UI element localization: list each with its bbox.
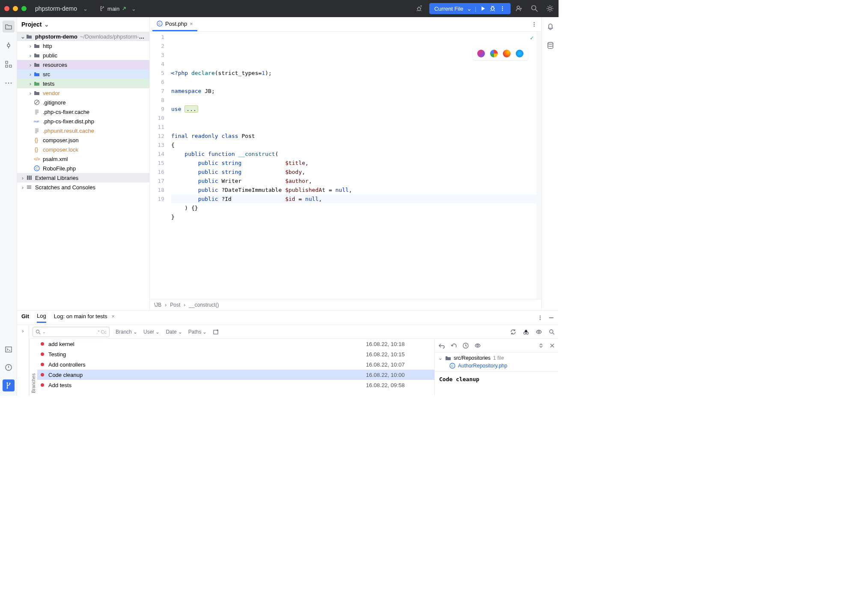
chevron-right-icon[interactable]: › <box>27 62 33 68</box>
tree-row[interactable]: ›tests <box>17 79 149 88</box>
undo-icon[interactable] <box>450 342 457 349</box>
close-window-button[interactable] <box>4 6 9 11</box>
more-icon[interactable] <box>531 21 537 27</box>
breadcrumb-item[interactable]: __construct() <box>189 302 219 308</box>
tree-scratches[interactable]: › Scratches and Consoles <box>17 182 149 192</box>
chevron-down-icon[interactable]: ⌄ <box>44 21 49 28</box>
svg-point-31 <box>534 24 535 24</box>
search-icon[interactable] <box>530 4 539 13</box>
editor-tab[interactable]: C Post.php × <box>152 17 197 31</box>
search-options[interactable]: .* Cc <box>96 329 107 334</box>
maximize-window-button[interactable] <box>21 6 27 11</box>
close-icon[interactable]: × <box>111 313 115 319</box>
structure-tool-button[interactable] <box>3 58 15 70</box>
more-tool-button[interactable] <box>3 77 15 89</box>
database-tool-button[interactable] <box>544 39 556 51</box>
safari-icon[interactable] <box>516 50 523 57</box>
play-icon[interactable] <box>480 6 486 12</box>
breadcrumb-item[interactable]: \JB <box>154 302 161 308</box>
filter-paths[interactable]: Paths ⌄ <box>188 329 207 335</box>
tree-root[interactable]: ⌄ phpstorm-demo~/Downloads/phpstorm-demo <box>17 32 149 41</box>
expand-icon[interactable] <box>538 343 544 349</box>
chevron-right-icon[interactable]: › <box>20 175 26 181</box>
breadcrumbs[interactable]: \JB › Post › __construct() <box>150 299 541 310</box>
tree-row[interactable]: CRoboFile.php <box>17 164 149 173</box>
run-config-button[interactable]: Current File ⌄ | <box>429 3 511 14</box>
git-tab-log2[interactable]: Log: on main for tests × <box>54 313 115 322</box>
branches-sidebar-label[interactable]: Branches <box>29 339 37 396</box>
chevron-right-icon[interactable]: › <box>27 43 33 49</box>
project-tool-button[interactable] <box>3 21 15 33</box>
history-icon[interactable] <box>462 342 469 349</box>
chevron-right-icon[interactable]: › <box>27 81 33 87</box>
tree-row[interactable]: ›public <box>17 51 149 60</box>
tree-row[interactable]: .phpunit.result.cache <box>17 126 149 135</box>
project-tree[interactable]: ⌄ phpstorm-demo~/Downloads/phpstorm-demo… <box>17 32 149 310</box>
tree-row[interactable]: ›resources <box>17 60 149 69</box>
editor-body[interactable]: 12345678910111213141516171819 › ✓ <?php … <box>150 32 541 299</box>
git-tool-button[interactable] <box>3 379 15 391</box>
notifications-tool-button[interactable] <box>544 21 556 33</box>
chevron-right-icon[interactable]: › <box>27 52 33 58</box>
eye-icon[interactable] <box>535 328 542 335</box>
code-area[interactable]: ✓ <?php declare(strict_types=1);namespac… <box>169 32 541 299</box>
firefox-icon[interactable] <box>503 50 511 57</box>
chevron-right-icon[interactable]: › <box>20 184 26 190</box>
close-icon[interactable] <box>549 343 555 349</box>
more-icon[interactable] <box>499 6 505 12</box>
vcs-branch-widget[interactable]: main ⌄ <box>99 6 139 12</box>
commit-tool-button[interactable] <box>3 39 15 51</box>
filter-date[interactable]: Date ⌄ <box>166 329 182 335</box>
terminal-tool-button[interactable] <box>3 343 15 355</box>
editor-marker-strip[interactable] <box>536 32 541 299</box>
filter-user[interactable]: User ⌄ <box>143 329 160 335</box>
problems-tool-button[interactable] <box>3 361 15 373</box>
changed-file[interactable]: C AuthorRepository.php <box>438 363 555 369</box>
commit-row[interactable]: Code cleanup16.08.22, 10:00 <box>37 370 434 380</box>
tree-row[interactable]: ›http <box>17 41 149 51</box>
chrome-icon[interactable] <box>490 50 498 57</box>
tree-row[interactable]: ›vendor <box>17 88 149 98</box>
chevron-down-icon[interactable]: ⌄ <box>438 355 443 361</box>
phpstorm-icon[interactable] <box>477 50 485 57</box>
cherry-pick-icon[interactable] <box>523 328 529 335</box>
chevron-right-icon[interactable]: › <box>27 71 33 77</box>
inspection-ok-icon[interactable]: ✓ <box>530 33 534 42</box>
tree-external-libs[interactable]: › External Libraries <box>17 173 149 182</box>
project-name[interactable]: phpstorm-demo <box>35 5 77 12</box>
tree-row[interactable]: PHP.php-cs-fixer.dist.php <box>17 116 149 126</box>
commit-row[interactable]: Add tests16.08.22, 09:58 <box>37 380 434 390</box>
commit-row[interactable]: Testing16.08.22, 10:15 <box>37 349 434 359</box>
expand-branches-button[interactable]: › <box>17 325 29 396</box>
chevron-right-icon[interactable]: › <box>27 90 33 96</box>
eye-icon[interactable] <box>474 342 481 349</box>
git-search-input[interactable]: ⌄ .* Cc <box>33 327 110 337</box>
code-with-me-icon[interactable] <box>515 4 523 13</box>
tree-row[interactable]: ›src <box>17 69 149 79</box>
commit-row[interactable]: Add controllers16.08.22, 10:07 <box>37 359 434 370</box>
tree-row[interactable]: {}composer.lock <box>17 145 149 154</box>
commit-row[interactable]: add kernel16.08.22, 10:18 <box>37 339 434 349</box>
debug-icon[interactable] <box>489 5 496 12</box>
close-icon[interactable]: × <box>190 21 193 27</box>
filter-branch[interactable]: Branch ⌄ <box>116 329 137 335</box>
tree-row[interactable]: {}composer.json <box>17 135 149 145</box>
file-group[interactable]: ⌄ src/Repositories 1 file <box>438 355 555 361</box>
revert-icon[interactable] <box>438 342 445 349</box>
tree-row[interactable]: </>psalm.xml <box>17 154 149 164</box>
chevron-down-icon[interactable]: ⌄ <box>42 330 46 334</box>
open-new-tab-icon[interactable] <box>213 328 220 335</box>
chevron-down-icon[interactable]: ⌄ <box>20 33 26 39</box>
tree-row[interactable]: .php-cs-fixer.cache <box>17 107 149 116</box>
hide-icon[interactable] <box>548 315 554 321</box>
refresh-icon[interactable] <box>510 328 517 335</box>
commits-list[interactable]: add kernel16.08.22, 10:18Testing16.08.22… <box>37 339 434 396</box>
git-tab-log[interactable]: Log <box>37 313 46 323</box>
search-icon[interactable] <box>548 328 555 335</box>
minimize-window-button[interactable] <box>13 6 18 11</box>
breadcrumb-item[interactable]: Post <box>170 302 180 308</box>
tree-row[interactable]: .gitignore <box>17 98 149 107</box>
more-icon[interactable] <box>537 315 543 321</box>
bug-wifi-icon[interactable] <box>415 4 423 13</box>
gear-icon[interactable] <box>546 4 554 13</box>
